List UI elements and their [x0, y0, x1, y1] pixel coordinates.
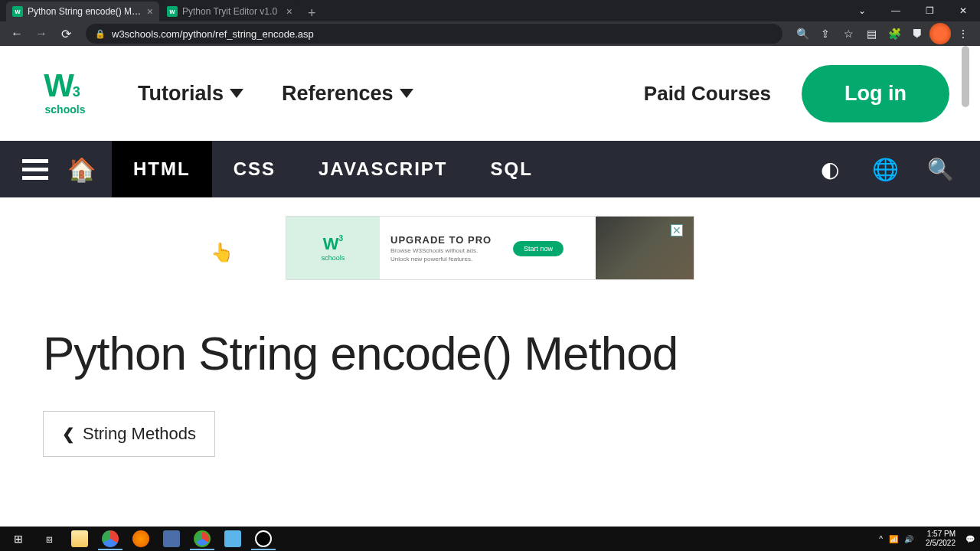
- chrome-taskbar-button[interactable]: [95, 527, 126, 550]
- tray-icons[interactable]: ^ 📶 🔊: [879, 535, 918, 543]
- logo-3-icon: 3: [73, 84, 80, 100]
- task-view-button[interactable]: ⧇: [34, 527, 64, 550]
- tray-chevron-icon[interactable]: ^: [879, 535, 883, 543]
- reading-list-icon[interactable]: ▤: [861, 23, 882, 44]
- firefox-icon: [132, 530, 149, 547]
- favicon-icon: w: [12, 6, 23, 17]
- close-icon[interactable]: ×: [286, 5, 292, 18]
- top-menu: Tutorials References: [138, 82, 413, 106]
- login-button[interactable]: Log in: [802, 65, 949, 122]
- contrast-icon: ◐: [821, 157, 839, 182]
- browser-tab-inactive[interactable]: w Python Tryit Editor v1.0 ×: [161, 2, 299, 21]
- firefox-taskbar-button[interactable]: [126, 527, 156, 550]
- hamburger-menu-button[interactable]: [12, 141, 58, 197]
- taskbar-clock[interactable]: 1:57 PM 2/5/2022: [918, 530, 963, 548]
- window-controls: ⌄ — ❐ ✕: [845, 0, 980, 21]
- chevron-down-icon[interactable]: ⌄: [845, 0, 879, 21]
- app-icon: [163, 530, 180, 547]
- maximize-button[interactable]: ❐: [913, 0, 946, 21]
- nav-item-css[interactable]: CSS: [212, 141, 297, 197]
- hamburger-icon: [22, 159, 48, 180]
- ad-logo-panel: W3 schools: [286, 217, 380, 279]
- browser-tab-strip: w Python String encode() Method × w Pyth…: [0, 0, 980, 21]
- logo-w-icon: W: [44, 71, 73, 100]
- main-content: W3 schools UPGRADE TO PRO Browse W3Schoo…: [0, 197, 980, 475]
- nav-item-html[interactable]: HTML: [112, 141, 212, 197]
- ad-banner[interactable]: W3 schools UPGRADE TO PRO Browse W3Schoo…: [286, 216, 694, 280]
- browser-toolbar: ← → ⟳ 🔒 w3schools.com/python/ref_string_…: [0, 21, 980, 46]
- home-icon: 🏠: [67, 156, 96, 183]
- menu-label: Tutorials: [138, 82, 224, 106]
- new-tab-button[interactable]: +: [300, 5, 324, 21]
- nav-item-sql[interactable]: SQL: [469, 141, 554, 197]
- main-navbar: 🏠 HTML CSS JAVASCRIPT SQL ◐ 🌐 🔍: [0, 141, 980, 197]
- task-view-icon: ⧇: [46, 533, 53, 546]
- notepad-taskbar-button[interactable]: [217, 527, 248, 550]
- url-bar[interactable]: 🔒 w3schools.com/python/ref_string_encode…: [86, 24, 782, 44]
- references-dropdown[interactable]: References: [282, 82, 413, 106]
- home-button[interactable]: 🏠: [58, 141, 104, 197]
- browser-tab-active[interactable]: w Python String encode() Method ×: [6, 2, 159, 21]
- back-to-string-methods-link[interactable]: ❮ String Methods: [43, 411, 215, 457]
- tutorials-dropdown[interactable]: Tutorials: [138, 82, 243, 106]
- windows-icon: ⊞: [14, 533, 23, 545]
- profile-avatar[interactable]: [929, 23, 951, 44]
- nav-right: ◐ 🌐 🔍: [802, 141, 968, 197]
- globe-icon: 🌐: [872, 157, 899, 182]
- close-icon[interactable]: ×: [147, 5, 153, 18]
- file-explorer-button[interactable]: [64, 527, 95, 550]
- share-icon[interactable]: ⇪: [815, 23, 836, 44]
- volume-icon[interactable]: 🔊: [904, 535, 913, 543]
- kebab-menu-icon[interactable]: ⋮: [952, 23, 974, 44]
- adblock-icon[interactable]: ⛊: [906, 23, 928, 44]
- forward-button[interactable]: →: [31, 23, 52, 44]
- system-tray: ^ 📶 🔊 1:57 PM 2/5/2022 💬: [879, 530, 977, 548]
- w3schools-logo[interactable]: W 3 schools: [31, 71, 100, 116]
- search-icon: 🔍: [927, 157, 954, 182]
- scrollbar[interactable]: [962, 46, 969, 490]
- obs-taskbar-button[interactable]: [248, 527, 279, 550]
- tab-title: Python Tryit Editor v1.0: [182, 6, 282, 17]
- notepad-icon: [224, 530, 241, 547]
- chrome-canary-icon: [194, 530, 211, 547]
- ad-cta-button[interactable]: Start now: [513, 241, 564, 256]
- ad-logo-text: schools: [322, 254, 345, 262]
- extensions-icon[interactable]: 🧩: [884, 23, 905, 44]
- notifications-button[interactable]: 💬: [963, 535, 977, 543]
- bookmark-icon[interactable]: ☆: [838, 23, 859, 44]
- clock-time: 1:57 PM: [926, 530, 956, 539]
- zoom-icon[interactable]: 🔍: [792, 23, 813, 44]
- chevron-left-icon: ❮: [62, 425, 75, 443]
- wifi-icon[interactable]: 📶: [889, 535, 898, 543]
- favicon-icon: w: [167, 6, 178, 17]
- back-button[interactable]: ←: [6, 23, 28, 44]
- search-button[interactable]: 🔍: [913, 141, 968, 197]
- app-taskbar-button[interactable]: [187, 527, 217, 550]
- menu-label: References: [282, 82, 394, 106]
- windows-taskbar: ⊞ ⧇ ^ 📶 🔊 1:57 PM 2/5/2022 💬: [0, 527, 980, 551]
- app-taskbar-button[interactable]: [156, 527, 187, 550]
- nav-items: HTML CSS JAVASCRIPT SQL: [112, 141, 554, 197]
- minimize-button[interactable]: —: [879, 0, 913, 21]
- toolbar-icons: 🔍 ⇪ ☆ ▤ 🧩 ⛊ ⋮: [792, 23, 974, 44]
- paid-courses-link[interactable]: Paid Courses: [644, 82, 771, 106]
- back-link-label: String Methods: [83, 424, 196, 444]
- ad-close-button[interactable]: ✕: [671, 224, 683, 236]
- chrome-icon: [102, 530, 119, 547]
- language-button[interactable]: 🌐: [858, 141, 913, 197]
- reload-button[interactable]: ⟳: [55, 23, 77, 44]
- ad-logo-icon: W: [323, 234, 339, 254]
- page-viewport: W 3 schools Tutorials References Paid Co…: [0, 46, 980, 504]
- obs-icon: [255, 530, 272, 547]
- site-header: W 3 schools Tutorials References Paid Co…: [0, 46, 980, 141]
- start-button[interactable]: ⊞: [3, 527, 34, 550]
- scrollbar-thumb[interactable]: [962, 46, 969, 107]
- close-window-button[interactable]: ✕: [946, 0, 980, 21]
- url-text: w3schools.com/python/ref_string_encode.a…: [112, 28, 314, 40]
- header-right: Paid Courses Log in: [644, 65, 949, 122]
- dark-mode-toggle[interactable]: ◐: [802, 141, 858, 197]
- mouse-cursor-icon: 👆: [211, 242, 234, 263]
- nav-item-javascript[interactable]: JAVASCRIPT: [297, 141, 469, 197]
- page-title: Python String encode() Method: [43, 326, 937, 380]
- clock-date: 2/5/2022: [926, 539, 956, 548]
